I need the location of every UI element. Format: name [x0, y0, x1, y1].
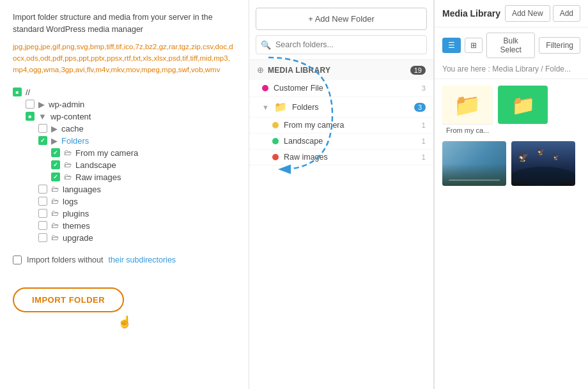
- root-checkbox[interactable]: [13, 88, 22, 96]
- left-panel: Import folder structure and media from y…: [0, 0, 249, 389]
- right-panel: Media Library Add New Add ☰ ⊞ Bulk Selec…: [435, 0, 588, 389]
- label-plugins: plugins: [63, 209, 89, 218]
- search-icon: 🔍: [261, 40, 271, 50]
- cb-upgrade[interactable]: [38, 233, 47, 242]
- from-my-camera-count: 1: [422, 121, 426, 129]
- folder-thumb-label: From my ca...: [442, 124, 493, 136]
- folder-tree: // ▶ wp-admin ▼ wp-content ▶ cache: [13, 86, 236, 244]
- subfolder-row-raw-images[interactable]: Raw images 1: [249, 149, 433, 165]
- no-subdir-link[interactable]: their subdirectories: [109, 256, 176, 264]
- media-library-section: ⊕ MEDIA LIBRARY 19 Customer File 3: [249, 59, 433, 165]
- folder-thumbnail-green[interactable]: 📁: [498, 86, 548, 124]
- cb-themes[interactable]: [38, 221, 47, 230]
- no-subdir-checkbox[interactable]: [13, 256, 22, 264]
- landscape-dot: [272, 138, 279, 144]
- subfolder-row-from-my-camera[interactable]: From my camera 1: [249, 118, 433, 133]
- middle-panel: + Add New Folder 🔍 ⊕ MEDIA LIBRARY 19: [249, 0, 434, 389]
- cb-logs[interactable]: [38, 197, 47, 206]
- tree-item-upgrade[interactable]: 🗁 upgrade: [13, 232, 236, 244]
- folder-row-customer-file[interactable]: Customer File 3: [249, 80, 433, 97]
- cb-languages[interactable]: [38, 185, 47, 194]
- tree-item-languages[interactable]: 🗁 languages: [13, 183, 236, 195]
- tree-item-wp-content[interactable]: ▼ wp-content: [13, 111, 236, 123]
- root-label: //: [26, 88, 30, 97]
- thumbnails-area: 📁 From my ca... 📁: [435, 79, 588, 192]
- customer-file-label: Customer File: [274, 84, 323, 93]
- from-my-camera-dot: [272, 122, 279, 128]
- tree-item-cache[interactable]: ▶ cache: [13, 123, 236, 135]
- list-view-button[interactable]: ☰: [442, 38, 461, 53]
- photo-thumbnail-2[interactable]: 🦅 🦅 🦅: [511, 141, 575, 186]
- cb-plugins[interactable]: [38, 209, 47, 218]
- customer-file-dot: [262, 85, 268, 91]
- cc-icon: ⊕: [257, 65, 264, 75]
- tree-item-wp-admin[interactable]: ▶ wp-admin: [13, 98, 236, 111]
- folder-thumb-image: 📁: [442, 86, 492, 124]
- description: Import folder structure and media from y…: [13, 11, 236, 36]
- view-row: ☰ ⊞ Bulk Select Filtering: [435, 27, 588, 62]
- filtering-button[interactable]: Filtering: [539, 37, 580, 54]
- no-subdir-option: Import folders without their subdirector…: [13, 256, 236, 264]
- raw-images-dot: [272, 154, 279, 160]
- tree-item-landscape[interactable]: 🗁 Landscape: [13, 159, 236, 171]
- label-folders: Folders: [61, 136, 89, 146]
- header-buttons: Add New Add: [505, 5, 580, 22]
- label-wp-admin: wp-admin: [49, 100, 84, 109]
- folder-thumb-icon: 📁: [454, 92, 481, 118]
- bulk-select-button[interactable]: Bulk Select: [486, 33, 535, 58]
- folders-row-left: ▼ 📁 Folders: [262, 101, 319, 113]
- media-library-header[interactable]: ⊕ MEDIA LIBRARY 19: [249, 60, 433, 80]
- svg-point-0: [511, 167, 575, 186]
- photo-thumbnail-1[interactable]: [442, 141, 506, 186]
- cb-landscape[interactable]: [51, 160, 60, 169]
- tree-item-plugins[interactable]: 🗁 plugins: [13, 208, 236, 220]
- import-folder-button[interactable]: IMPORT FOLDER: [13, 287, 124, 312]
- tree-root[interactable]: //: [13, 86, 236, 98]
- cb-from-my-camera[interactable]: [51, 148, 60, 157]
- cb-wp-admin[interactable]: [26, 100, 35, 109]
- label-cache: cache: [61, 124, 84, 133]
- file-types: jpg,jpeg,jpe,gif,png,svg,bmp,tiff,tif,ic…: [13, 41, 236, 76]
- section-header-left: ⊕ MEDIA LIBRARY: [257, 65, 330, 75]
- tree-item-from-my-camera[interactable]: 🗁 From my camera: [13, 147, 236, 159]
- no-subdir-label: Import folders without: [27, 256, 104, 264]
- svg-text:🦅: 🦅: [518, 152, 529, 163]
- import-button-area: IMPORT FOLDER ☝: [13, 276, 236, 329]
- svg-text:🦅: 🦅: [537, 148, 545, 156]
- label-from-my-camera: From my camera: [75, 148, 138, 158]
- add-button[interactable]: Add: [553, 5, 580, 22]
- search-folders-input[interactable]: [256, 35, 427, 54]
- search-box: 🔍: [256, 35, 427, 54]
- grid-view-button[interactable]: ⊞: [465, 38, 483, 53]
- tree-item-raw-images[interactable]: 🗁 Raw images: [13, 171, 236, 183]
- right-header: Media Library Add New Add: [435, 0, 588, 27]
- label-wp-content: wp-content: [50, 112, 91, 121]
- breadcrumb: You are here : Media Library / Folde...: [435, 62, 588, 79]
- folders-icon: 📁: [274, 101, 287, 113]
- tree-item-logs[interactable]: 🗁 logs: [13, 195, 236, 208]
- media-library-title: MEDIA LIBRARY: [268, 66, 330, 75]
- subfolder-row-landscape[interactable]: Landscape 1: [249, 133, 433, 149]
- add-new-folder-button[interactable]: + Add New Folder: [256, 8, 427, 30]
- add-new-button[interactable]: Add New: [505, 5, 550, 22]
- landscape-count: 1: [422, 137, 426, 145]
- label-themes: themes: [63, 221, 90, 231]
- folders-label: Folders: [292, 103, 319, 112]
- media-library-badge: 19: [410, 66, 426, 75]
- cb-wp-content[interactable]: [26, 112, 35, 121]
- cb-folders[interactable]: [38, 136, 47, 145]
- birds-svg: 🦅 🦅 🦅: [511, 141, 575, 186]
- tree-item-folders[interactable]: ▶ Folders: [13, 135, 236, 147]
- cb-cache[interactable]: [38, 124, 47, 133]
- label-logs: logs: [63, 197, 78, 206]
- photo-image-1: [442, 141, 506, 186]
- subfolder-label-from-my-camera: From my camera: [284, 121, 344, 130]
- cb-raw-images[interactable]: [51, 172, 60, 181]
- folder-thumbnail-from-my-camera[interactable]: 📁 From my ca...: [442, 86, 493, 136]
- tree-item-themes[interactable]: 🗁 themes: [13, 220, 236, 232]
- label-upgrade: upgrade: [63, 233, 93, 243]
- folder-row-folders[interactable]: ▼ 📁 Folders 3: [249, 97, 433, 118]
- folder-row-left: Customer File: [262, 84, 323, 93]
- media-library-heading: Media Library: [442, 8, 500, 19]
- customer-file-count: 3: [422, 84, 426, 92]
